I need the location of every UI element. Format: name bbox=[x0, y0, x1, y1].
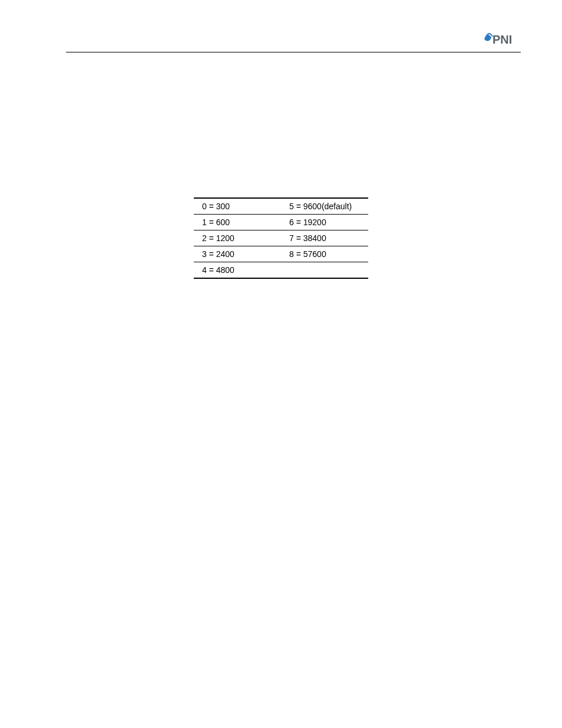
table-row: 1 = 600 6 = 19200 bbox=[194, 215, 368, 230]
table-cell bbox=[281, 262, 368, 279]
document-page: PNI 0 = 300 5 = 9600(default) 1 = 600 6 … bbox=[0, 0, 562, 728]
table-cell: 8 = 57600 bbox=[281, 246, 368, 262]
table-cell: 3 = 2400 bbox=[194, 246, 281, 262]
brand-text: PNI bbox=[492, 33, 512, 46]
main-content: 0 = 300 5 = 9600(default) 1 = 600 6 = 19… bbox=[0, 197, 562, 279]
table-row: 4 = 4800 bbox=[194, 262, 368, 279]
table-cell: 0 = 300 bbox=[194, 198, 281, 215]
table-cell: 4 = 4800 bbox=[194, 262, 281, 279]
table-cell: 6 = 19200 bbox=[281, 215, 368, 230]
table-row: 0 = 300 5 = 9600(default) bbox=[194, 198, 368, 215]
header-rule bbox=[66, 52, 521, 52]
brand-logo: PNI bbox=[483, 31, 520, 48]
table-cell: 5 = 9600(default) bbox=[281, 198, 368, 215]
table-cell: 7 = 38400 bbox=[281, 230, 368, 246]
pni-logo-icon: PNI bbox=[483, 31, 520, 48]
table-cell: 1 = 600 bbox=[194, 215, 281, 230]
table-row: 3 = 2400 8 = 57600 bbox=[194, 246, 368, 262]
table-row: 2 = 1200 7 = 38400 bbox=[194, 230, 368, 246]
table-cell: 2 = 1200 bbox=[194, 230, 281, 246]
baud-rate-table: 0 = 300 5 = 9600(default) 1 = 600 6 = 19… bbox=[194, 197, 368, 279]
